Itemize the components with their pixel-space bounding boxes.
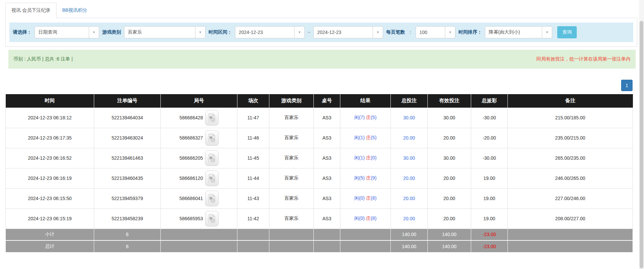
cell-game: 百家乐 [269, 108, 314, 128]
result-player: 闲(1) [354, 155, 365, 160]
table-row: 2024-12-23 06:15:50 522139459379 5866860… [6, 188, 633, 208]
cell-session: 11-44 [237, 168, 269, 188]
total-bet-link[interactable]: 20.00 [403, 216, 415, 221]
header-note: 备注 [508, 94, 633, 108]
search-button[interactable]: 查询 [557, 26, 577, 38]
query-type-value: 日期查询 [35, 29, 57, 35]
table-footer: 小计 6 140.00 140.00 -23.00 总计 6 140.00 14… [6, 229, 633, 252]
cell-round: 586686205 [161, 148, 237, 168]
cell-session: 11-45 [237, 148, 269, 168]
game-category-value: 百家乐 [124, 29, 142, 35]
filter-panel: 请选择： 日期查询 ▼ 游戏类别 百家乐 ▼ 时间区间： 2024-12-23 … [5, 18, 637, 47]
footer-empty-cell [340, 240, 391, 252]
cell-game: 百家乐 [269, 208, 314, 229]
subtotal-payout: -23.00 [471, 229, 508, 240]
date-from-select[interactable]: 2024-12-23 ▼ [235, 26, 305, 38]
sort-order-label: 时间排序： [458, 29, 482, 35]
date-range-separator: ~ [308, 30, 310, 35]
query-type-select[interactable]: 日期查询 ▼ [35, 26, 99, 38]
page-size-select[interactable]: 100 ▼ [416, 26, 455, 38]
total-bet-link[interactable]: 30.00 [403, 115, 415, 120]
cell-valid-bet: 30.00 [428, 108, 471, 128]
header-round: 局号 [161, 94, 237, 108]
video-file-icon [208, 133, 216, 143]
cell-result: 闲(7) 庄(5) [340, 108, 391, 128]
header-game: 游戏类别 [269, 94, 314, 108]
total-bet-link[interactable]: 20.00 [403, 176, 415, 181]
footer-empty-cell [237, 240, 269, 252]
page-1-button[interactable]: 1 [621, 80, 633, 91]
footer-empty-cell [314, 229, 340, 240]
cell-valid-bet: 20.00 [428, 128, 471, 148]
video-replay-button[interactable] [205, 211, 219, 226]
cell-result: 闲(5) 庄(9) [340, 168, 391, 188]
table-row: 2024-12-23 06:15:19 522139458239 5866859… [6, 208, 633, 229]
pagination: 1 [0, 80, 633, 91]
cell-valid-bet: 20.00 [428, 188, 471, 208]
video-replay-button[interactable] [205, 170, 219, 186]
cell-table-no: AS3 [314, 208, 340, 229]
tab-betting-records[interactable]: 视讯 会员下注纪录 [5, 3, 56, 18]
cell-total-bet: 20.00 [391, 208, 428, 229]
date-to-value: 2024-12-23 [314, 30, 341, 35]
caret-down-icon: ▼ [89, 27, 99, 38]
table-row: 2024-12-23 06:18:12 522139464034 5866864… [6, 108, 633, 128]
result-player: 闲(7) [354, 115, 365, 120]
result-player: 闲(5) [354, 175, 365, 181]
cell-payout: 19.00 [471, 168, 508, 188]
result-player: 闲(1) [354, 135, 365, 140]
video-file-icon [208, 194, 216, 203]
result-banker: 庄 [366, 135, 371, 140]
cell-game: 百家乐 [269, 128, 314, 148]
video-replay-button[interactable] [205, 150, 219, 166]
header-total-bet: 总投注 [391, 94, 428, 108]
cell-payout: 19.00 [471, 208, 508, 229]
tab-bb-points[interactable]: BB视讯积分 [56, 3, 93, 18]
table-row: 2024-12-23 06:17:35 522139463024 5866863… [6, 128, 633, 148]
video-replay-button[interactable] [205, 110, 219, 125]
cell-payout: -20.00 [471, 128, 508, 148]
video-file-icon [208, 154, 216, 163]
date-to-select[interactable]: 2024-12-23 ▼ [313, 26, 383, 38]
cell-result: 闲(0) 庄(8) [340, 208, 391, 229]
vertical-scrollbar-track [639, 0, 644, 269]
cell-bet-id: 522139464034 [94, 108, 161, 128]
total-bet-link[interactable]: 20.00 [403, 196, 415, 201]
footer-empty-cell [340, 229, 391, 240]
table-row: 2024-12-23 06:16:19 522139460435 5866861… [6, 168, 633, 188]
video-replay-button[interactable] [205, 130, 219, 146]
total-bet-link[interactable]: 20.00 [403, 135, 415, 141]
cell-game: 百家乐 [269, 148, 314, 168]
cell-note: 235.00/215.00 [508, 128, 633, 148]
total-bet-link[interactable]: 30.00 [403, 155, 415, 161]
valid-bet-notice: 同局有效投注，统一计算在该局第一张注单内 [536, 56, 631, 62]
cell-time: 2024-12-23 06:18:12 [6, 108, 94, 128]
footer-empty-cell [161, 240, 237, 252]
header-payout: 总派彩 [471, 94, 508, 108]
game-category-select[interactable]: 百家乐 ▼ [124, 26, 205, 38]
footer-empty-cell [269, 240, 314, 252]
header-valid-bet: 有效投注 [428, 94, 471, 108]
cell-bet-id: 522139459379 [94, 188, 161, 208]
cell-time: 2024-12-23 06:16:52 [6, 148, 94, 168]
header-table-no: 桌号 [314, 94, 340, 108]
cell-table-no: AS3 [314, 168, 340, 188]
round-id: 586685953 [179, 216, 203, 221]
vertical-scrollbar-thumb[interactable] [640, 21, 643, 268]
sort-order-select[interactable]: 降幂(由大到小) ▼ [485, 26, 552, 38]
header-time: 时间 [6, 94, 94, 108]
subtotal-count: 6 [94, 229, 161, 240]
cell-note: 215.00/185.00 [508, 108, 633, 128]
cell-valid-bet: 20.00 [428, 208, 471, 229]
cell-session: 11-46 [237, 128, 269, 148]
header-session: 场次 [237, 94, 269, 108]
cell-total-bet: 30.00 [391, 148, 428, 168]
video-replay-button[interactable] [205, 191, 219, 206]
cell-round: 586686120 [161, 168, 237, 188]
tab-bar: 视讯 会员下注纪录 BB视讯积分 [5, 3, 637, 18]
cell-total-bet: 20.00 [391, 168, 428, 188]
page-size-colon: ： [408, 29, 413, 35]
table-body: 2024-12-23 06:18:12 522139464034 5866864… [6, 108, 633, 229]
cell-time: 2024-12-23 06:16:19 [6, 168, 94, 188]
summary-bar: 币别 : 人民币 | 总共 :6 注单 | 同局有效投注，统一计算在该局第一张注… [8, 50, 636, 69]
